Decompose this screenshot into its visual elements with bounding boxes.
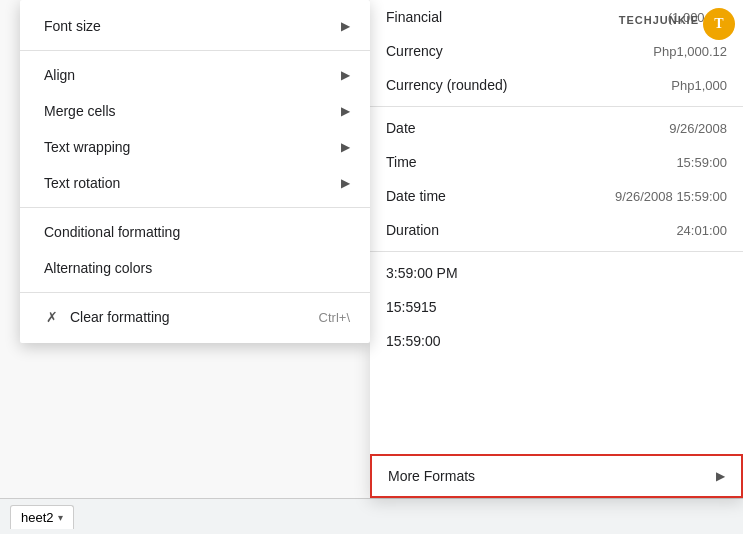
format-label-date-time: Date time — [386, 188, 446, 204]
chevron-right-icon: ▶ — [341, 68, 350, 82]
format-value-date-time: 9/26/2008 15:59:00 — [615, 189, 727, 204]
brand-logo: T — [703, 8, 735, 40]
brand-text: TECHJUNKIE — [619, 14, 699, 26]
format-row-currency[interactable]: Currency Php1,000.12 — [370, 34, 743, 68]
menu-divider-1 — [20, 50, 370, 51]
sheet-tab-dropdown-icon: ▾ — [58, 512, 63, 523]
menu-item-font-size[interactable]: Font size ▶ — [20, 8, 370, 44]
format-row-time[interactable]: Time 15:59:00 — [370, 145, 743, 179]
menu-divider-3 — [20, 292, 370, 293]
menu-divider-2 — [20, 207, 370, 208]
format-row-custom2[interactable]: 15:5915 — [370, 290, 743, 324]
menu-item-conditional-formatting-label: Conditional formatting — [44, 224, 180, 240]
brand-letter: T — [714, 16, 723, 32]
format-row-custom3[interactable]: 15:59:00 — [370, 324, 743, 358]
chevron-right-icon: ▶ — [341, 140, 350, 154]
format-label-currency-rounded: Currency (rounded) — [386, 77, 507, 93]
format-value-currency-rounded: Php1,000 — [671, 78, 727, 93]
menu-item-align[interactable]: Align ▶ — [20, 57, 370, 93]
menu-item-text-wrapping[interactable]: Text wrapping ▶ — [20, 129, 370, 165]
format-divider-1 — [370, 106, 743, 107]
format-value-date: 9/26/2008 — [669, 121, 727, 136]
context-menu: Font size ▶ Align ▶ Merge cells ▶ Text w… — [20, 0, 370, 343]
format-value-currency: Php1,000.12 — [653, 44, 727, 59]
menu-item-text-rotation[interactable]: Text rotation ▶ — [20, 165, 370, 201]
format-row-date[interactable]: Date 9/26/2008 — [370, 111, 743, 145]
menu-item-conditional-formatting[interactable]: Conditional formatting — [20, 214, 370, 250]
menu-item-merge-cells-label: Merge cells — [44, 103, 116, 119]
menu-item-text-wrapping-label: Text wrapping — [44, 139, 130, 155]
format-divider-2 — [370, 251, 743, 252]
format-label-custom2: 15:5915 — [386, 299, 437, 315]
menu-item-clear-formatting-shortcut: Ctrl+\ — [319, 310, 350, 325]
more-formats-label: More Formats — [388, 468, 475, 484]
format-row-custom1[interactable]: 3:59:00 PM — [370, 256, 743, 290]
more-formats-button[interactable]: More Formats ▶ — [370, 454, 743, 498]
format-label-financial: Financial — [386, 9, 442, 25]
menu-item-clear-formatting-label: Clear formatting — [70, 309, 170, 325]
format-value-time: 15:59:00 — [676, 155, 727, 170]
menu-item-merge-cells[interactable]: Merge cells ▶ — [20, 93, 370, 129]
format-label-currency: Currency — [386, 43, 443, 59]
format-label-duration: Duration — [386, 222, 439, 238]
format-row-date-time[interactable]: Date time 9/26/2008 15:59:00 — [370, 179, 743, 213]
format-row-duration[interactable]: Duration 24:01:00 — [370, 213, 743, 247]
format-panel: Financial (1,000.12) Currency Php1,000.1… — [370, 0, 743, 498]
chevron-right-icon: ▶ — [341, 19, 350, 33]
format-row-currency-rounded[interactable]: Currency (rounded) Php1,000 — [370, 68, 743, 102]
menu-item-alternating-colors-label: Alternating colors — [44, 260, 152, 276]
format-label-time: Time — [386, 154, 417, 170]
menu-item-align-label: Align — [44, 67, 75, 83]
format-label-custom1: 3:59:00 PM — [386, 265, 458, 281]
format-label-date: Date — [386, 120, 416, 136]
clear-format-icon: ✗ — [44, 309, 60, 325]
menu-item-font-size-label: Font size — [44, 18, 101, 34]
sheet-tab-bar: heet2 ▾ — [0, 498, 743, 534]
sheet-tab-2[interactable]: heet2 ▾ — [10, 505, 74, 529]
sheet-tab-label: heet2 — [21, 510, 54, 525]
chevron-right-icon: ▶ — [341, 104, 350, 118]
chevron-right-icon: ▶ — [341, 176, 350, 190]
menu-item-alternating-colors[interactable]: Alternating colors — [20, 250, 370, 286]
more-formats-arrow-icon: ▶ — [716, 469, 725, 483]
format-value-duration: 24:01:00 — [676, 223, 727, 238]
menu-item-clear-formatting-left: ✗ Clear formatting — [44, 309, 170, 325]
format-label-custom3: 15:59:00 — [386, 333, 441, 349]
menu-item-clear-formatting[interactable]: ✗ Clear formatting Ctrl+\ — [20, 299, 370, 335]
menu-item-text-rotation-label: Text rotation — [44, 175, 120, 191]
